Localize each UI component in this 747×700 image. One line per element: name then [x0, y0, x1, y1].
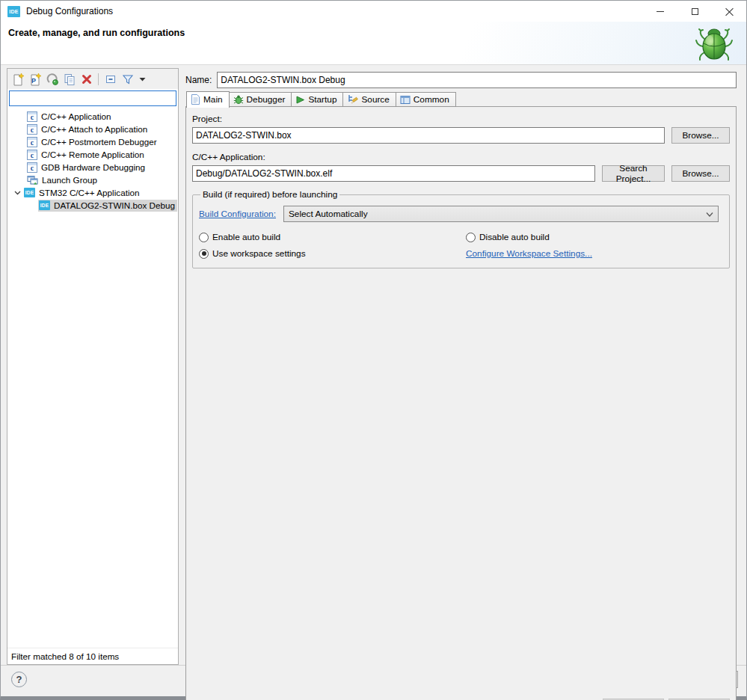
build-options-group: Build (if required) before launching Bui… [192, 189, 730, 268]
build-group-legend: Build (if required) before launching [200, 189, 339, 200]
tree-item-cpp-postmortem[interactable]: cC/C++ Postmortem Debugger [7, 135, 178, 148]
app-ide-icon: IDE [7, 6, 20, 17]
debug-bug-image [694, 24, 734, 65]
export-configuration-icon [46, 73, 59, 86]
configurations-toolbar: P [7, 69, 178, 89]
configuration-tree: cC/C++ Application cC/C++ Attach to Appl… [7, 108, 178, 648]
window-title: Debug Configurations [26, 6, 113, 16]
dialog-body: P [1, 65, 746, 696]
project-label: Project: [192, 114, 730, 124]
duplicate-configuration-icon [63, 73, 76, 86]
tree-item-cpp-attach[interactable]: cC/C++ Attach to Application [7, 123, 178, 135]
collapse-all-button[interactable] [102, 71, 118, 87]
tab-source[interactable]: Source [343, 92, 396, 107]
configuration-tabs: Main Debugger Startup [185, 90, 737, 107]
stm32-ide-icon: IDE [24, 188, 35, 197]
delete-launch-configuration-button[interactable] [79, 71, 94, 87]
new-launch-prototype-button[interactable]: P [27, 71, 43, 87]
name-input[interactable] [217, 72, 737, 88]
title-bar: IDE Debug Configurations [1, 1, 746, 22]
export-launch-configuration-button[interactable] [44, 71, 60, 87]
name-label: Name: [185, 75, 212, 85]
minimize-button[interactable] [643, 1, 677, 22]
stm32-ide-icon: IDE [39, 200, 50, 210]
tree-expander-icon[interactable] [13, 188, 22, 197]
tree-item-cpp-application[interactable]: cC/C++ Application [7, 110, 178, 123]
tree-item-stm32-application[interactable]: IDESTM32 C/C++ Application [7, 186, 178, 199]
project-browse-button[interactable]: Browse... [671, 127, 730, 144]
close-icon [725, 7, 734, 16]
enable-auto-build-radio[interactable]: Enable auto build [199, 232, 466, 242]
common-tab-icon [400, 95, 411, 105]
build-configuration-select[interactable]: Select Automatically [283, 206, 719, 222]
build-configuration-link[interactable]: Build Configuration: [199, 209, 276, 219]
tab-debugger[interactable]: Debugger [230, 92, 292, 107]
use-workspace-settings-radio[interactable]: Use workspace settings [199, 248, 466, 259]
duplicate-launch-configuration-button[interactable] [61, 71, 77, 87]
launch-group-icon [27, 174, 38, 185]
configurations-panel: P [7, 68, 179, 665]
radio-icon [199, 233, 209, 242]
source-tab-icon [347, 94, 358, 105]
tab-common[interactable]: Common [396, 92, 456, 107]
dropdown-arrow-icon [139, 77, 146, 82]
new-prototype-icon: P [28, 73, 42, 86]
maximize-icon [692, 8, 698, 15]
tree-item-cpp-remote[interactable]: cC/C++ Remote Application [7, 148, 178, 161]
toolbar-menu-dropdown[interactable] [137, 71, 147, 87]
dialog-header-title: Create, manage, and run configurations [8, 28, 185, 38]
application-label: C/C++ Application: [192, 152, 730, 162]
c-application-icon: c [27, 162, 37, 173]
configuration-detail-panel: Name: Main Debugger [185, 72, 737, 700]
toolbar-separator [98, 73, 99, 85]
filter-launch-configurations-button[interactable] [120, 71, 135, 87]
c-application-icon: c [27, 150, 37, 160]
c-application-icon: c [27, 137, 37, 147]
minimize-icon [657, 11, 664, 12]
c-application-icon: c [27, 111, 37, 122]
new-launch-configuration-button[interactable] [10, 71, 25, 87]
radio-icon [466, 233, 476, 242]
startup-tab-icon [295, 95, 305, 105]
application-browse-button[interactable]: Browse... [671, 165, 730, 182]
radio-checked-icon [199, 249, 209, 259]
debugger-tab-icon [233, 94, 244, 105]
application-input[interactable] [192, 165, 595, 182]
tab-main[interactable]: Main [186, 91, 230, 108]
maximize-button[interactable] [677, 1, 712, 22]
disable-auto-build-radio[interactable]: Disable auto build [466, 232, 719, 242]
search-project-button[interactable]: Search Project... [602, 165, 665, 182]
filter-input[interactable] [9, 90, 176, 106]
tab-startup[interactable]: Startup [292, 92, 343, 107]
tree-item-datalog2-stwin-debug[interactable]: IDEDATALOG2-STWIN.box Debug [7, 199, 178, 212]
close-button[interactable] [712, 1, 746, 22]
project-input[interactable] [192, 127, 665, 144]
configure-workspace-settings-link[interactable]: Configure Workspace Settings... [466, 248, 592, 259]
delete-icon [80, 73, 93, 86]
tree-item-gdb-hardware[interactable]: cGDB Hardware Debugging [7, 161, 178, 174]
filter-icon [121, 73, 135, 86]
main-tab-icon [191, 94, 200, 105]
tree-item-launch-group[interactable]: Launch Group [7, 174, 178, 186]
collapse-all-icon [104, 73, 117, 86]
main-tab-content: Project: Browse... C/C++ Application: Se… [185, 106, 737, 700]
new-configuration-icon [11, 73, 25, 86]
c-application-icon: c [27, 124, 37, 135]
debug-configurations-dialog: IDE Debug Configurations Create, manage,… [0, 0, 747, 700]
help-button[interactable]: ? [11, 672, 27, 687]
combo-chevron-icon [706, 209, 713, 219]
dialog-header: Create, manage, and run configurations [1, 22, 746, 65]
svg-text:P: P [31, 77, 35, 85]
filter-status-text: Filter matched 8 of 10 items [7, 648, 178, 664]
